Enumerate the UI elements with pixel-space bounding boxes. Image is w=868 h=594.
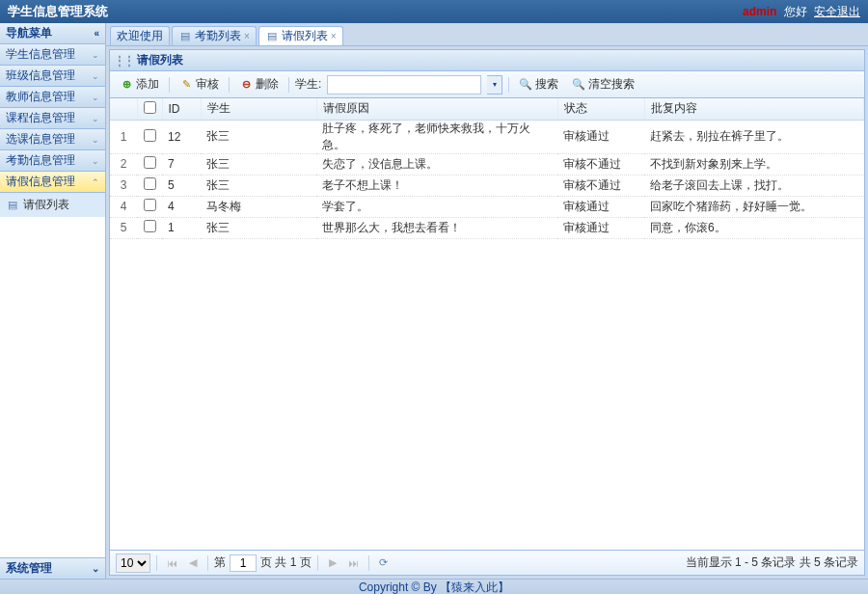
dropdown-icon[interactable]: ▾ (487, 75, 502, 94)
sidebar-footer[interactable]: 系统管理 ⌄ (0, 557, 105, 579)
panel: ⋮⋮ 请假列表 ⊕添加 ✎审核 ⊖删除 学生: ▾ 🔍搜索 🔍清空搜索 (109, 49, 865, 576)
cell-reason: 世界那么大，我想去看看！ (316, 217, 557, 238)
toolbar: ⊕添加 ✎审核 ⊖删除 学生: ▾ 🔍搜索 🔍清空搜索 (110, 71, 864, 98)
row-checkbox[interactable] (144, 156, 156, 169)
main: 欢迎使用 ▤考勤列表× ▤请假列表× ⋮⋮ 请假列表 ⊕添加 ✎审核 ⊖删除 学… (106, 23, 868, 579)
collapse-icon[interactable]: « (94, 28, 99, 39)
document-icon: ▤ (6, 199, 19, 212)
select-all-checkbox[interactable] (144, 101, 156, 114)
page-label-post: 页 共 1 页 (260, 554, 312, 571)
sidebar-body: ▤ 请假列表 (0, 193, 105, 557)
separator (317, 555, 318, 571)
delete-button[interactable]: ⊖删除 (235, 74, 283, 94)
row-checkbox[interactable] (144, 220, 156, 232)
add-button[interactable]: ⊕添加 (116, 74, 163, 94)
nav-header: 导航菜单 « (0, 23, 105, 44)
sidebar-item-teacher[interactable]: 教师信息管理⌄ (0, 87, 105, 108)
logout-link[interactable]: 安全退出 (814, 5, 860, 18)
cell-reply: 不找到新对象别来上学。 (644, 153, 864, 175)
tab-leave-list[interactable]: ▤请假列表× (258, 26, 343, 45)
cell-checkbox (137, 153, 162, 175)
cell-id: 4 (162, 196, 201, 217)
cell-id: 5 (162, 175, 201, 196)
col-status[interactable]: 状态 (557, 98, 644, 120)
cell-checkbox (137, 120, 162, 153)
pager: 10 ⏮ ◀ 第 页 共 1 页 ▶ ⏭ ⟳ 当前显示 1 - 5 条记录 共 … (110, 550, 864, 575)
first-page-button[interactable]: ⏮ (163, 554, 180, 572)
page-input[interactable] (230, 554, 257, 572)
row-checkbox[interactable] (144, 129, 156, 142)
cell-status: 审核不通过 (557, 175, 644, 196)
chevron-down-icon: ⌄ (92, 156, 99, 166)
clear-search-button[interactable]: 🔍清空搜索 (568, 74, 638, 94)
tab-bar: 欢迎使用 ▤考勤列表× ▤请假列表× (106, 23, 868, 46)
page-size-select[interactable]: 10 (116, 554, 150, 573)
col-reason[interactable]: 请假原因 (316, 98, 557, 120)
sidebar-item-course[interactable]: 课程信息管理⌄ (0, 108, 105, 129)
sidebar-item-class[interactable]: 班级信息管理⌄ (0, 66, 105, 87)
table-row[interactable]: 44马冬梅学套了。审核通过回家吃个猪蹄药，好好睡一觉。 (110, 196, 864, 217)
greeting: 您好 (784, 5, 807, 18)
table-row[interactable]: 27张三失恋了，没信息上课。审核不通过不找到新对象别来上学。 (110, 153, 864, 175)
chevron-down-icon: ⌄ (92, 93, 99, 102)
close-icon[interactable]: × (331, 31, 337, 41)
col-id[interactable]: ID (162, 98, 201, 120)
refresh-button[interactable]: ⟳ (375, 554, 393, 572)
cell-reason: 肚子疼，疼死了，老师快来救我，十万火急。 (316, 120, 557, 153)
cell-rownum: 4 (110, 196, 137, 217)
separator (156, 555, 157, 571)
grip-icon: ⋮⋮ (114, 54, 133, 68)
next-page-button[interactable]: ▶ (324, 554, 341, 572)
pencil-icon: ✎ (179, 78, 193, 92)
sidebar-item-leave[interactable]: 请假信息管理⌃ (0, 172, 105, 193)
tree-leave-list[interactable]: ▤ 请假列表 (0, 193, 105, 217)
last-page-button[interactable]: ⏭ (345, 554, 363, 572)
cell-checkbox (137, 196, 162, 217)
sidebar-item-attendance[interactable]: 考勤信息管理⌄ (0, 150, 105, 172)
cell-reply: 回家吃个猪蹄药，好好睡一觉。 (644, 196, 864, 217)
data-grid: ID 学生 请假原因 状态 批复内容 112张三肚子疼，疼死了，老师快来救我，十… (110, 98, 864, 550)
audit-button[interactable]: ✎审核 (176, 74, 223, 94)
cell-student: 张三 (201, 175, 316, 196)
search-icon: 🔍 (519, 78, 532, 92)
separator (169, 77, 170, 93)
nav-title: 导航菜单 (6, 25, 52, 41)
row-checkbox[interactable] (144, 177, 156, 190)
table-row[interactable]: 51张三世界那么大，我想去看看！审核通过同意，你滚6。 (110, 217, 864, 238)
col-student[interactable]: 学生 (201, 98, 316, 120)
cell-status: 审核不通过 (557, 153, 644, 175)
app-header: 学生信息管理系统 admin 您好 安全退出 (0, 0, 868, 23)
tab-welcome[interactable]: 欢迎使用 (110, 26, 170, 45)
table-row[interactable]: 112张三肚子疼，疼死了，老师快来救我，十万火急。审核通过赶紧去，别拉在裤子里了… (110, 120, 864, 153)
pager-info: 当前显示 1 - 5 条记录 共 5 条记录 (686, 554, 858, 571)
chevron-down-icon: ⌄ (92, 71, 99, 81)
copyright: Copyright © By 【猿来入此】 (359, 580, 509, 594)
cell-reply: 赶紧去，别拉在裤子里了。 (644, 120, 864, 153)
header-right: admin 您好 安全退出 (739, 4, 860, 20)
student-input[interactable] (327, 75, 481, 94)
search-button[interactable]: 🔍搜索 (515, 74, 562, 94)
col-checkbox (137, 98, 162, 120)
sidebar-item-student[interactable]: 学生信息管理⌄ (0, 44, 105, 66)
chevron-down-icon: ⌄ (92, 114, 99, 123)
cell-student: 马冬梅 (201, 196, 316, 217)
cell-checkbox (137, 175, 162, 196)
cell-reason: 学套了。 (316, 196, 557, 217)
prev-page-button[interactable]: ◀ (184, 554, 202, 572)
close-icon[interactable]: × (244, 31, 250, 41)
document-icon: ▤ (178, 30, 192, 43)
student-label: 学生: (295, 76, 321, 93)
sidebar-item-select[interactable]: 选课信息管理⌄ (0, 129, 105, 150)
tab-attendance-list[interactable]: ▤考勤列表× (172, 26, 257, 45)
minus-icon: ⊖ (239, 78, 253, 92)
row-checkbox[interactable] (144, 199, 156, 211)
separator (207, 555, 208, 571)
col-rownum (110, 98, 137, 120)
table-row[interactable]: 35张三老子不想上课！审核不通过给老子滚回去上课，找打。 (110, 175, 864, 196)
chevron-up-icon: ⌃ (92, 177, 99, 187)
cell-checkbox (137, 217, 162, 238)
col-reply[interactable]: 批复内容 (644, 98, 864, 120)
cell-reason: 失恋了，没信息上课。 (316, 153, 557, 175)
cell-id: 12 (162, 120, 201, 153)
separator (508, 77, 509, 93)
